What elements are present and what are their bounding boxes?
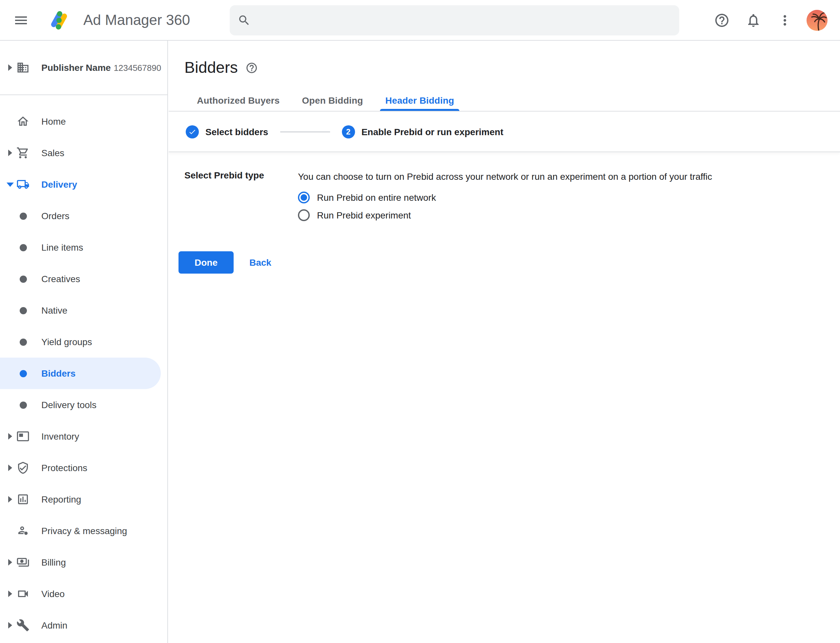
sidebar-item-line-items[interactable]: Line items [0, 232, 167, 263]
sidebar-item-label: Orders [41, 211, 70, 221]
sidebar-item-bidders[interactable]: Bidders [0, 357, 161, 389]
bullet-icon [20, 401, 27, 409]
sidebar-item-delivery-tools[interactable]: Delivery tools [0, 389, 167, 421]
radio-label: Run Prebid on entire network [317, 192, 436, 203]
back-button[interactable]: Back [249, 257, 271, 268]
more-options-kebab-icon[interactable] [777, 13, 793, 28]
sidebar-item-label: Video [41, 589, 65, 599]
sidebar-item-yield-groups[interactable]: Yield groups [0, 326, 167, 357]
search-icon [237, 14, 251, 27]
user-avatar[interactable] [807, 10, 827, 31]
sidebar-item-label: Bidders [41, 368, 75, 379]
wrench-icon [16, 619, 29, 632]
page-header: Bidders [169, 41, 840, 77]
sidebar-item-label: Creatives [41, 274, 80, 284]
publisher-switcher[interactable]: Publisher Name 1234567890 [0, 41, 167, 95]
sidebar-item-admin[interactable]: Admin [0, 610, 167, 641]
sidebar-item-home[interactable]: Home [0, 106, 167, 137]
sidebar-item-label: Billing [41, 557, 66, 568]
sidebar-item-privacy-messaging[interactable]: Privacy & messaging [0, 515, 167, 547]
chevron-right-icon [8, 465, 13, 471]
sidebar-item-label: Sales [41, 148, 64, 158]
shopping-cart-icon [16, 146, 29, 160]
tab-open-bidding[interactable]: Open Bidding [291, 90, 374, 111]
radio-label: Run Prebid experiment [317, 210, 411, 220]
bar-chart-icon [16, 493, 29, 506]
stepper-step-enable-prebid[interactable]: 2 Enable Prebid or run experiment [342, 125, 503, 138]
delivery-truck-icon [16, 178, 29, 191]
tab-authorized-buyers[interactable]: Authorized Buyers [186, 90, 291, 111]
sidebar-item-native[interactable]: Native [0, 295, 167, 326]
bullet-icon [20, 339, 27, 346]
bullet-icon [20, 276, 27, 283]
chevron-right-icon [8, 496, 13, 503]
sidebar-item-label: Yield groups [41, 336, 92, 347]
tab-header-bidding[interactable]: Header Bidding [374, 90, 465, 111]
sidebar-nav: Home Sales Delivery [0, 95, 167, 641]
sidebar-item-video[interactable]: Video [0, 578, 167, 610]
sidebar-item-label: Native [41, 305, 67, 316]
section-body: You can choose to turn on Prebid across … [298, 170, 712, 227]
sidebar-item-label: Inventory [41, 431, 79, 442]
sidebar-item-billing[interactable]: Billing [0, 547, 167, 578]
bullet-icon [20, 370, 27, 377]
radio-run-prebid-experiment[interactable]: Run Prebid experiment [298, 209, 712, 221]
publisher-name: Publisher Name [41, 62, 111, 73]
chevron-right-icon [8, 433, 13, 440]
sidebar-item-creatives[interactable]: Creatives [0, 263, 167, 295]
sidebar-item-label: Line items [41, 242, 83, 253]
step-label: Enable Prebid or run experiment [361, 126, 503, 137]
stepper-step-select-bidders[interactable]: Select bidders [186, 125, 268, 138]
ad-manager-app: Ad Manager 360 [0, 0, 840, 643]
sidebar-item-label: Home [41, 116, 66, 127]
form-actions: Done Back [169, 251, 840, 274]
bullet-icon [20, 244, 27, 251]
sidebar-item-label: Delivery [41, 179, 77, 189]
home-icon [16, 115, 29, 128]
sidebar-item-inventory[interactable]: Inventory [0, 421, 167, 452]
main-content: Bidders Authorized Buyers Open Bidding H… [169, 41, 840, 643]
sidebar-item-orders[interactable]: Orders [0, 200, 167, 232]
search-bar[interactable] [230, 5, 679, 36]
chevron-right-icon [8, 64, 13, 71]
section-description: You can choose to turn on Prebid across … [298, 170, 712, 183]
radio-run-prebid-entire-network[interactable]: Run Prebid on entire network [298, 192, 712, 203]
search-input[interactable] [257, 5, 671, 36]
sidebar-item-label: Reporting [41, 494, 81, 504]
page-help-icon[interactable] [246, 61, 258, 74]
menu-icon[interactable] [13, 13, 29, 28]
sidebar-item-label: Admin [41, 620, 67, 630]
stepper: Select bidders 2 Enable Prebid or run ex… [169, 111, 840, 152]
publisher-id: 1234567890 [114, 63, 162, 73]
chevron-right-icon [8, 559, 13, 566]
video-camera-icon [16, 587, 29, 601]
tab-label: Authorized Buyers [197, 95, 279, 106]
bullet-icon [20, 307, 27, 314]
ad-manager-logo-icon[interactable] [47, 8, 71, 32]
bullet-icon [20, 212, 27, 220]
page-title: Bidders [185, 59, 238, 77]
notifications-bell-icon[interactable] [745, 13, 761, 28]
radio-unselected-icon [298, 209, 310, 221]
chevron-down-icon [7, 183, 14, 187]
chevron-right-icon [8, 591, 13, 597]
sidebar-item-reporting[interactable]: Reporting [0, 483, 167, 515]
sidebar-item-protections[interactable]: Protections [0, 452, 167, 483]
tab-label: Open Bidding [302, 95, 363, 106]
help-icon[interactable] [714, 13, 730, 28]
app-title: Ad Manager 360 [83, 0, 190, 40]
sidebar-item-sales[interactable]: Sales [0, 137, 167, 169]
person-badge-icon [16, 524, 29, 537]
tab-label: Header Bidding [385, 95, 454, 106]
shield-check-icon [16, 461, 29, 474]
sidebar-item-delivery[interactable]: Delivery [0, 169, 167, 200]
stepper-connector [280, 131, 330, 132]
sidebar-item-label: Protections [41, 463, 87, 473]
publisher-info: Publisher Name 1234567890 [41, 62, 161, 73]
done-button[interactable]: Done [178, 251, 234, 274]
money-icon [16, 556, 29, 569]
section-label: Select Prebid type [185, 170, 298, 227]
radio-group: Run Prebid on entire network Run Prebid … [298, 192, 712, 221]
step-number-badge: 2 [342, 125, 355, 138]
chevron-right-icon [8, 150, 13, 156]
